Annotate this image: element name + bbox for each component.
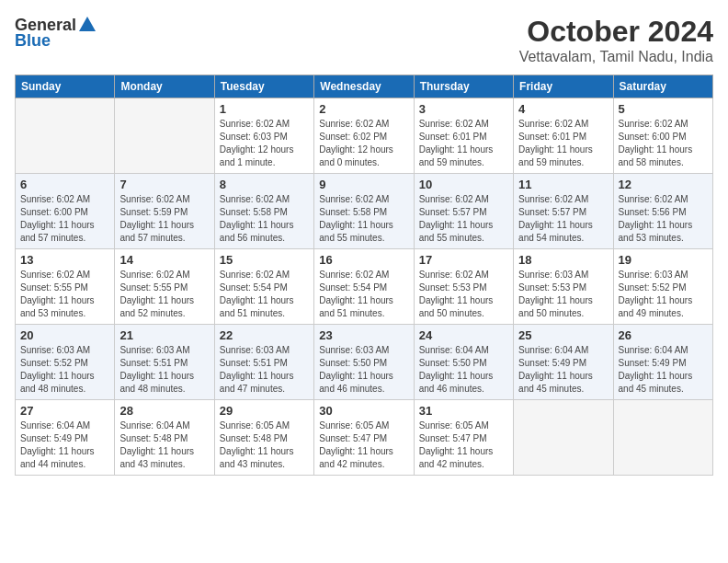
day-number: 6	[20, 178, 109, 191]
day-number: 17	[419, 253, 508, 267]
calendar-cell: 22Sunrise: 6:03 AM Sunset: 5:51 PM Dayli…	[214, 325, 313, 400]
calendar-week-5: 27Sunrise: 6:04 AM Sunset: 5:49 PM Dayli…	[16, 400, 713, 476]
day-number: 25	[518, 328, 608, 342]
calendar-cell	[613, 400, 712, 476]
location-title: Vettavalam, Tamil Nadu, India	[519, 49, 713, 65]
day-number: 3	[419, 102, 508, 116]
calendar-cell: 1Sunrise: 6:02 AM Sunset: 6:03 PM Daylig…	[214, 98, 313, 174]
day-info: Sunrise: 6:04 AM Sunset: 5:49 PM Dayligh…	[20, 419, 109, 471]
day-number: 1	[220, 102, 309, 116]
calendar-cell: 14Sunrise: 6:02 AM Sunset: 5:55 PM Dayli…	[115, 249, 214, 325]
calendar-cell: 11Sunrise: 6:02 AM Sunset: 5:57 PM Dayli…	[514, 174, 613, 249]
day-info: Sunrise: 6:05 AM Sunset: 5:48 PM Dayligh…	[220, 419, 309, 471]
calendar-week-4: 20Sunrise: 6:03 AM Sunset: 5:52 PM Dayli…	[16, 325, 713, 400]
title-section: October 2024 Vettavalam, Tamil Nadu, Ind…	[519, 15, 713, 65]
calendar-cell: 24Sunrise: 6:04 AM Sunset: 5:50 PM Dayli…	[414, 325, 513, 400]
header-tuesday: Tuesday	[214, 75, 313, 98]
header: General Blue October 2024 Vettavalam, Ta…	[15, 15, 713, 65]
day-number: 26	[619, 328, 708, 342]
calendar-cell: 9Sunrise: 6:02 AM Sunset: 5:58 PM Daylig…	[314, 174, 414, 249]
day-number: 18	[518, 253, 608, 267]
day-number: 16	[319, 253, 408, 267]
day-number: 2	[319, 102, 408, 116]
calendar-week-3: 13Sunrise: 6:02 AM Sunset: 5:55 PM Dayli…	[16, 249, 713, 325]
calendar-cell: 27Sunrise: 6:04 AM Sunset: 5:49 PM Dayli…	[16, 400, 115, 476]
calendar-cell: 2Sunrise: 6:02 AM Sunset: 6:02 PM Daylig…	[314, 98, 414, 174]
day-info: Sunrise: 6:04 AM Sunset: 5:49 PM Dayligh…	[518, 344, 608, 396]
calendar-cell: 31Sunrise: 6:05 AM Sunset: 5:47 PM Dayli…	[414, 400, 513, 476]
calendar-cell: 7Sunrise: 6:02 AM Sunset: 5:59 PM Daylig…	[115, 174, 214, 249]
calendar-cell: 3Sunrise: 6:02 AM Sunset: 6:01 PM Daylig…	[414, 98, 513, 174]
day-number: 30	[319, 404, 408, 418]
svg-marker-0	[79, 17, 96, 31]
day-number: 11	[518, 178, 608, 191]
day-number: 14	[119, 253, 209, 267]
day-info: Sunrise: 6:04 AM Sunset: 5:48 PM Dayligh…	[119, 419, 209, 471]
calendar-header-row: SundayMondayTuesdayWednesdayThursdayFrid…	[16, 75, 713, 98]
day-info: Sunrise: 6:03 AM Sunset: 5:52 PM Dayligh…	[20, 344, 109, 396]
logo: General Blue	[15, 15, 98, 51]
day-info: Sunrise: 6:04 AM Sunset: 5:50 PM Dayligh…	[419, 344, 508, 396]
calendar-cell	[16, 98, 115, 174]
calendar-cell: 13Sunrise: 6:02 AM Sunset: 5:55 PM Dayli…	[16, 249, 115, 325]
day-number: 29	[220, 404, 309, 418]
day-number: 7	[119, 178, 209, 191]
day-info: Sunrise: 6:02 AM Sunset: 5:53 PM Dayligh…	[419, 269, 508, 320]
calendar-cell: 15Sunrise: 6:02 AM Sunset: 5:54 PM Dayli…	[214, 249, 313, 325]
day-number: 19	[619, 253, 708, 267]
calendar: SundayMondayTuesdayWednesdayThursdayFrid…	[15, 75, 713, 476]
header-monday: Monday	[115, 75, 214, 98]
calendar-cell: 20Sunrise: 6:03 AM Sunset: 5:52 PM Dayli…	[16, 325, 115, 400]
calendar-cell	[115, 98, 214, 174]
day-info: Sunrise: 6:02 AM Sunset: 5:57 PM Dayligh…	[419, 193, 508, 245]
day-number: 10	[419, 178, 508, 191]
day-info: Sunrise: 6:02 AM Sunset: 6:03 PM Dayligh…	[220, 118, 309, 169]
day-number: 8	[220, 178, 309, 191]
calendar-cell: 29Sunrise: 6:05 AM Sunset: 5:48 PM Dayli…	[214, 400, 313, 476]
day-info: Sunrise: 6:02 AM Sunset: 5:59 PM Dayligh…	[119, 193, 209, 245]
calendar-week-2: 6Sunrise: 6:02 AM Sunset: 6:00 PM Daylig…	[16, 174, 713, 249]
calendar-cell: 4Sunrise: 6:02 AM Sunset: 6:01 PM Daylig…	[514, 98, 613, 174]
day-number: 12	[619, 178, 708, 191]
day-info: Sunrise: 6:02 AM Sunset: 5:54 PM Dayligh…	[220, 269, 309, 320]
day-number: 15	[220, 253, 309, 267]
calendar-cell: 28Sunrise: 6:04 AM Sunset: 5:48 PM Dayli…	[115, 400, 214, 476]
day-info: Sunrise: 6:05 AM Sunset: 5:47 PM Dayligh…	[419, 419, 508, 471]
calendar-cell: 10Sunrise: 6:02 AM Sunset: 5:57 PM Dayli…	[414, 174, 513, 249]
calendar-cell	[514, 400, 613, 476]
header-wednesday: Wednesday	[314, 75, 414, 98]
day-info: Sunrise: 6:03 AM Sunset: 5:51 PM Dayligh…	[119, 344, 209, 396]
page: General Blue October 2024 Vettavalam, Ta…	[0, 0, 728, 563]
day-number: 13	[20, 253, 109, 267]
day-info: Sunrise: 6:03 AM Sunset: 5:50 PM Dayligh…	[319, 344, 408, 396]
calendar-cell: 12Sunrise: 6:02 AM Sunset: 5:56 PM Dayli…	[613, 174, 712, 249]
day-number: 9	[319, 178, 408, 191]
day-info: Sunrise: 6:03 AM Sunset: 5:53 PM Dayligh…	[518, 269, 608, 320]
day-number: 4	[518, 102, 608, 116]
day-info: Sunrise: 6:02 AM Sunset: 5:55 PM Dayligh…	[119, 269, 209, 320]
day-info: Sunrise: 6:02 AM Sunset: 6:01 PM Dayligh…	[419, 118, 508, 169]
header-saturday: Saturday	[613, 75, 712, 98]
day-info: Sunrise: 6:02 AM Sunset: 6:00 PM Dayligh…	[20, 193, 109, 245]
day-number: 23	[319, 328, 408, 342]
calendar-cell: 26Sunrise: 6:04 AM Sunset: 5:49 PM Dayli…	[613, 325, 712, 400]
calendar-week-1: 1Sunrise: 6:02 AM Sunset: 6:03 PM Daylig…	[16, 98, 713, 174]
day-info: Sunrise: 6:05 AM Sunset: 5:47 PM Dayligh…	[319, 419, 408, 471]
day-info: Sunrise: 6:04 AM Sunset: 5:49 PM Dayligh…	[619, 344, 708, 396]
day-info: Sunrise: 6:02 AM Sunset: 6:02 PM Dayligh…	[319, 118, 408, 169]
day-info: Sunrise: 6:02 AM Sunset: 5:56 PM Dayligh…	[619, 193, 708, 245]
calendar-cell: 6Sunrise: 6:02 AM Sunset: 6:00 PM Daylig…	[16, 174, 115, 249]
day-info: Sunrise: 6:02 AM Sunset: 5:58 PM Dayligh…	[319, 193, 408, 245]
day-number: 5	[619, 102, 708, 116]
day-info: Sunrise: 6:02 AM Sunset: 5:57 PM Dayligh…	[518, 193, 608, 245]
day-info: Sunrise: 6:02 AM Sunset: 5:55 PM Dayligh…	[20, 269, 109, 320]
calendar-cell: 30Sunrise: 6:05 AM Sunset: 5:47 PM Dayli…	[314, 400, 414, 476]
day-number: 21	[119, 328, 209, 342]
header-thursday: Thursday	[414, 75, 513, 98]
calendar-cell: 18Sunrise: 6:03 AM Sunset: 5:53 PM Dayli…	[514, 249, 613, 325]
day-info: Sunrise: 6:03 AM Sunset: 5:51 PM Dayligh…	[220, 344, 309, 396]
calendar-cell: 8Sunrise: 6:02 AM Sunset: 5:58 PM Daylig…	[214, 174, 313, 249]
logo-icon	[77, 15, 97, 35]
day-info: Sunrise: 6:02 AM Sunset: 6:01 PM Dayligh…	[518, 118, 608, 169]
day-info: Sunrise: 6:02 AM Sunset: 5:58 PM Dayligh…	[220, 193, 309, 245]
